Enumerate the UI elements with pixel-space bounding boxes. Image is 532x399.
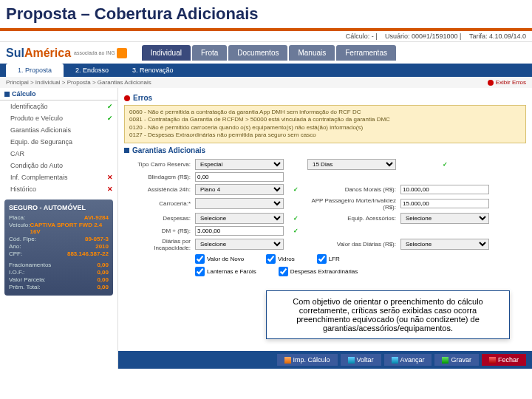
check-icon: ✓ bbox=[288, 215, 303, 222]
blindagem-label: Blindagem (R$): bbox=[124, 174, 191, 180]
top-info-bar: Cálculo: - | Usuário: 000#1/1591000 | Ta… bbox=[0, 31, 532, 42]
sidebar: Cálculo Identificação Produto e Veículo … bbox=[0, 88, 118, 369]
usuario-info: Usuário: 000#1/1591000 bbox=[385, 33, 458, 40]
danos-label: Danos Morais (R$): bbox=[307, 186, 396, 193]
tab-manuais[interactable]: Manuais bbox=[289, 45, 335, 61]
form-grid: Tipo Carro Reserva: Especial 15 Dias ✓ B… bbox=[124, 159, 526, 251]
breadcrumb-bar: Principal > Individual > Proposta > Gara… bbox=[0, 77, 532, 88]
sidebar-header: Cálculo bbox=[0, 88, 117, 100]
equip-label: Equip. Acessórios: bbox=[307, 215, 396, 222]
print-icon bbox=[284, 357, 291, 364]
calculo-info: Cálculo: - bbox=[346, 33, 374, 40]
errors-header: Erros bbox=[124, 94, 526, 102]
carroceria-select[interactable] bbox=[195, 198, 284, 209]
assist24-select[interactable]: Plano 4 bbox=[195, 184, 284, 195]
app-input[interactable] bbox=[400, 199, 489, 208]
main-tabs: Individual Frota Documentos Manuais Ferr… bbox=[142, 45, 396, 61]
tipo-carro-label: Tipo Carro Reserva: bbox=[124, 161, 191, 168]
seguro-title: SEGURO - AUTOMÓVEL bbox=[9, 204, 109, 211]
help-callout: Com objetivo de orientar o preenchimento… bbox=[266, 290, 510, 339]
sidebar-item[interactable]: Produto e Veículo bbox=[0, 112, 117, 124]
forward-button[interactable]: Avançar bbox=[384, 354, 432, 366]
save-icon bbox=[442, 357, 449, 364]
exibir-erros-link[interactable]: Exibir Erros bbox=[488, 79, 526, 86]
equip-select[interactable]: Selecione bbox=[400, 213, 489, 224]
close-icon bbox=[489, 357, 496, 364]
main-panel: Erros 0060 - Não é permitida a contrataç… bbox=[118, 88, 532, 369]
logo-text: SulAmérica bbox=[6, 47, 71, 60]
sidebar-item[interactable]: CAR bbox=[0, 148, 117, 160]
valor-diarias-label: Valor das Diárias (R$): bbox=[307, 241, 396, 248]
chk-lfr[interactable]: LFR bbox=[317, 254, 340, 264]
page-title-bar: Proposta – Cobertura Adicionais bbox=[0, 0, 532, 31]
square-icon bbox=[124, 148, 129, 153]
error-line: 0120 - Não é permitido carroceria quando… bbox=[129, 124, 521, 132]
tipo-carro-select[interactable]: Especial bbox=[195, 159, 284, 170]
back-button[interactable]: Voltar bbox=[341, 354, 381, 366]
danos-input[interactable] bbox=[400, 185, 489, 194]
logo: SulAmérica associada ao ING bbox=[6, 47, 127, 60]
page-title: Proposta – Cobertura Adicionais bbox=[6, 4, 526, 24]
check-icon: ✓ bbox=[288, 228, 303, 234]
logo-row: SulAmérica associada ao ING Individual F… bbox=[0, 42, 532, 64]
diarias-label: Diárias por Incapacidade: bbox=[124, 238, 191, 251]
sidebar-item[interactable]: Condição do Auto bbox=[0, 160, 117, 171]
diarias-select[interactable]: Selecione bbox=[195, 239, 284, 250]
chk-valor-novo[interactable]: Valor de Novo bbox=[195, 254, 244, 264]
checkbox-row-2: Lanternas e Faróis Despesas Extraordinár… bbox=[195, 267, 526, 276]
despesas-label: Despesas: bbox=[124, 215, 191, 222]
tab-ferramentas[interactable]: Ferramentas bbox=[336, 45, 396, 61]
tab-individual[interactable]: Individual bbox=[142, 45, 191, 61]
error-box: 0060 - Não é permitida a contratação da … bbox=[124, 105, 526, 143]
tarifa-info: Tarifa: 4.10.09/14.0 bbox=[469, 33, 526, 40]
ing-icon bbox=[117, 48, 127, 58]
back-icon bbox=[348, 357, 355, 364]
error-line: 0060 - Não é permitida a contratação da … bbox=[129, 109, 521, 116]
bottom-bar: Imp. Cálculo Voltar Avançar Gravar Fecha… bbox=[118, 351, 532, 369]
carroceria-label: Carroceria:* bbox=[124, 200, 191, 207]
seguro-panel: SEGURO - AUTOMÓVEL Placa:AVI-9284 Veícul… bbox=[4, 200, 113, 296]
despesas-select[interactable]: Selecione bbox=[195, 213, 284, 224]
chk-vidros[interactable]: Vidros bbox=[266, 254, 295, 264]
breadcrumb: Principal > Individual > Proposta > Gara… bbox=[6, 79, 151, 86]
print-button[interactable]: Imp. Cálculo bbox=[277, 354, 338, 366]
sidebar-item[interactable]: Equip. de Segurança bbox=[0, 136, 117, 148]
sub-tabs: 1. Proposta 2. Endosso 3. Renovação bbox=[0, 64, 532, 77]
error-line: 0081 - Contratação da Garantia de RCFDM … bbox=[129, 116, 521, 123]
tab-frota[interactable]: Frota bbox=[192, 45, 227, 61]
sidebar-item[interactable]: Inf. Complementais bbox=[0, 171, 117, 183]
error-dot-icon bbox=[488, 80, 494, 86]
app-label: APP Passageiro Morte/Invalidez (R$): bbox=[307, 197, 396, 211]
chk-despesas-ext[interactable]: Despesas Extraordinárias bbox=[279, 267, 358, 276]
assist24-label: Assistência 24h: bbox=[124, 186, 191, 193]
sidebar-item[interactable]: Histórico bbox=[0, 183, 117, 195]
square-icon bbox=[4, 92, 10, 97]
error-dot-icon bbox=[124, 95, 130, 101]
dm-label: DM + (R$): bbox=[124, 228, 191, 234]
forward-icon bbox=[392, 357, 398, 364]
valor-diarias-select[interactable]: Selecione bbox=[400, 239, 489, 250]
ing-label: associada ao ING bbox=[74, 48, 127, 58]
close-button[interactable]: Fechar bbox=[482, 354, 526, 366]
dm-input[interactable] bbox=[195, 226, 284, 236]
tipo-carro-dias-select[interactable]: 15 Dias bbox=[307, 159, 396, 170]
checkbox-row-1: Valor de Novo Vidros LFR bbox=[195, 254, 526, 264]
garantias-header: Garantias Adicionais bbox=[124, 146, 526, 154]
chk-lanternas[interactable]: Lanternas e Faróis bbox=[195, 267, 256, 276]
sidebar-item[interactable]: Garantias Adicionais bbox=[0, 124, 117, 136]
subtab-renovacao[interactable]: 3. Renovação bbox=[120, 64, 185, 77]
subtab-proposta[interactable]: 1. Proposta bbox=[6, 64, 64, 77]
check-icon: ✓ bbox=[288, 186, 303, 193]
save-button[interactable]: Gravar bbox=[434, 354, 479, 366]
check-icon: ✓ bbox=[400, 161, 489, 168]
tab-documentos[interactable]: Documentos bbox=[228, 45, 287, 61]
content: Cálculo Identificação Produto e Veículo … bbox=[0, 88, 532, 369]
error-line: 0127 - Despesas Extraordinárias não perm… bbox=[129, 132, 521, 139]
blindagem-input[interactable] bbox=[195, 172, 284, 182]
sidebar-item[interactable]: Identificação bbox=[0, 100, 117, 112]
subtab-endosso[interactable]: 2. Endosso bbox=[64, 64, 120, 77]
